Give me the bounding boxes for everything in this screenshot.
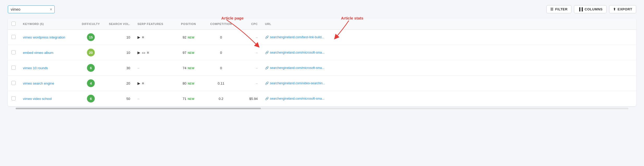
row-checkbox[interactable]	[11, 35, 16, 39]
clear-icon[interactable]: ✕	[49, 7, 53, 11]
columns-label: COLUMNS	[585, 7, 603, 11]
position-new-badge: NEW	[188, 67, 194, 70]
competition-cell: 0	[204, 45, 238, 60]
position-new-badge: NEW	[188, 82, 194, 85]
external-link-icon: 🔗	[265, 81, 269, 85]
keyword-link[interactable]: vimeo video school	[23, 97, 52, 101]
search-vol-cell: 50	[105, 91, 134, 106]
position-new-badge: NEW	[188, 97, 194, 100]
keyword-link[interactable]: vimeo search engine	[23, 81, 54, 85]
search-vol-cell: 10	[105, 30, 134, 45]
row-checkbox[interactable]	[11, 50, 16, 54]
filter-button[interactable]: ☰ FILTER	[546, 5, 571, 13]
url-cell: 🔗searchengineland.com/microsoft-sma...	[265, 97, 633, 100]
difficulty-badge: 4	[87, 79, 95, 87]
scrollbar-area[interactable]	[8, 108, 636, 109]
th-competition: COMPETITION	[204, 18, 238, 30]
toolbar-buttons: ☰ FILTER ▐▐ COLUMNS ⬆ EXPORT	[546, 5, 636, 13]
cpc-cell: –	[238, 60, 261, 76]
competition-cell: 0.11	[204, 76, 238, 91]
competition-cell: 0	[204, 60, 238, 76]
table-row: vimeo video school650–71NEW0.2$5.94🔗sear…	[8, 91, 636, 106]
position-value: 97	[182, 51, 186, 55]
export-label: EXPORT	[618, 7, 632, 11]
external-link-icon: 🔗	[265, 97, 269, 100]
position-value: 74	[182, 66, 186, 70]
position-cell: 71NEW	[173, 91, 204, 106]
search-vol-cell: 30	[105, 60, 134, 76]
difficulty-badge: 20	[87, 49, 95, 56]
position-cell: 74NEW	[173, 60, 204, 76]
columns-button[interactable]: ▐▐ COLUMNS	[574, 5, 607, 13]
row-checkbox[interactable]	[11, 81, 16, 85]
video-serp-icon: ▶	[137, 81, 140, 85]
url-link[interactable]: searchengineland.com/microsoft-sma...	[270, 66, 324, 70]
export-icon: ⬆	[613, 7, 616, 11]
th-search-vol: SEARCH VOL.	[105, 18, 134, 30]
cpc-cell: –	[238, 30, 261, 45]
image-serp-icon: ▭	[142, 50, 145, 55]
url-link[interactable]: searchengineland.com/best-link-build...	[270, 35, 324, 39]
table-row: vimeo 10 rounds630–74NEW0–🔗searchenginel…	[8, 60, 636, 76]
cpc-cell: –	[238, 45, 261, 60]
row-checkbox[interactable]	[11, 96, 16, 100]
competition-cell: 0.2	[204, 91, 238, 106]
position-cell: 80NEW	[173, 76, 204, 91]
serp-icons: ▶≡	[137, 35, 169, 39]
external-link-icon: 🔗	[265, 35, 269, 39]
serp-icons: ▶≡	[137, 81, 169, 85]
th-keyword: KEYWORD (5)	[19, 18, 77, 30]
table-row: embed vimeo album2010▶▭≡97NEW0–🔗searchen…	[8, 45, 636, 60]
table-header-row: KEYWORD (5) DIFFICULTY SEARCH VOL. SERP …	[8, 18, 636, 30]
video-serp-icon: ▶	[137, 50, 140, 55]
position-value: 92	[182, 35, 186, 39]
url-link[interactable]: searchengineland.com/microsoft-sma...	[270, 51, 324, 54]
position-value: 80	[182, 81, 186, 85]
url-cell: 🔗searchengineland.com/microsoft-sma...	[265, 66, 633, 70]
top-bar: ✕ ☰ FILTER ▐▐ COLUMNS ⬆ EXPORT	[8, 5, 636, 13]
position-cell: 97NEW	[173, 45, 204, 60]
cpc-cell: –	[238, 76, 261, 91]
row-checkbox[interactable]	[11, 66, 16, 70]
search-input[interactable]	[8, 5, 55, 13]
keyword-link[interactable]: embed vimeo album	[23, 51, 53, 55]
url-cell: 🔗searchengineland.com/microsoft-sma...	[265, 51, 633, 54]
position-cell: 92NEW	[173, 30, 204, 45]
filter-icon: ☰	[550, 7, 554, 11]
position-value: 71	[182, 97, 186, 101]
search-wrapper: ✕	[8, 5, 55, 13]
th-url: URL	[261, 18, 636, 30]
external-link-icon: 🔗	[265, 51, 269, 54]
difficulty-badge: 6	[87, 64, 95, 72]
video-serp-icon: ▶	[137, 35, 140, 39]
table-row: vimeo wordpress integration1510▶≡92NEW0–…	[8, 30, 636, 45]
url-cell: 🔗searchengineland.com/video-searchin...	[265, 81, 633, 85]
th-cpc: CPC	[238, 18, 261, 30]
serp-icons: ▶▭≡	[137, 50, 169, 55]
url-cell: 🔗searchengineland.com/best-link-build...	[265, 35, 633, 39]
table-row: vimeo search engine420▶≡80NEW0.11–🔗searc…	[8, 76, 636, 91]
list-serp-icon: ≡	[142, 81, 144, 85]
th-serp-features: SERP FEATURES	[134, 18, 173, 30]
header-checkbox[interactable]	[11, 22, 16, 26]
keyword-link[interactable]: vimeo wordpress integration	[23, 35, 65, 39]
data-table: KEYWORD (5) DIFFICULTY SEARCH VOL. SERP …	[8, 18, 636, 106]
list-serp-icon: ≡	[142, 35, 144, 39]
url-link[interactable]: searchengineland.com/video-searchin...	[270, 81, 325, 85]
columns-icon: ▐▐	[578, 7, 583, 11]
search-vol-cell: 10	[105, 45, 134, 60]
cpc-cell: $5.94	[238, 91, 261, 106]
th-position: POSITION	[173, 18, 204, 30]
filter-label: FILTER	[555, 7, 568, 11]
url-link[interactable]: searchengineland.com/microsoft-sma...	[270, 97, 324, 100]
position-new-badge: NEW	[188, 51, 194, 54]
export-button[interactable]: ⬆ EXPORT	[609, 5, 636, 13]
difficulty-badge: 6	[87, 95, 95, 103]
external-link-icon: 🔗	[265, 66, 269, 70]
position-new-badge: NEW	[188, 36, 194, 39]
keyword-link[interactable]: vimeo 10 rounds	[23, 66, 48, 70]
list-serp-icon: ≡	[147, 50, 149, 55]
scrollbar-thumb[interactable]	[16, 108, 261, 109]
th-difficulty: DIFFICULTY	[77, 18, 105, 30]
serp-empty: –	[134, 60, 173, 76]
